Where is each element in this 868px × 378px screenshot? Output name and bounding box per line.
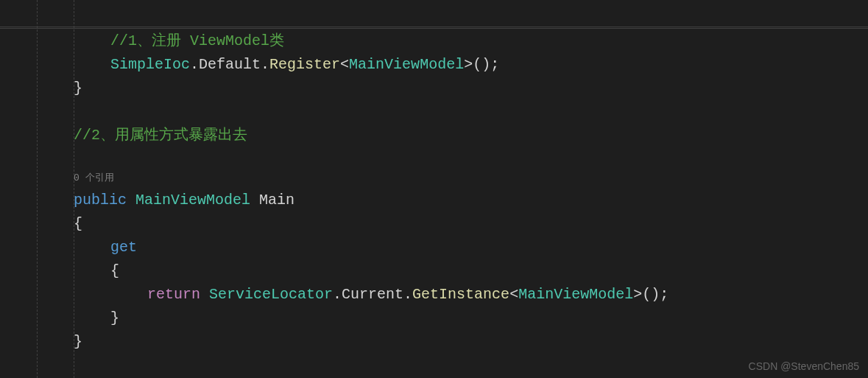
indent-guide-2 <box>74 0 74 378</box>
close-brace: } <box>74 333 82 350</box>
punctuation: . <box>403 286 412 303</box>
parentheses: (); <box>473 56 499 73</box>
code-editor[interactable]: //1、注册 ViewModel类 SimpleIoc.Default.Regi… <box>0 0 868 354</box>
type-name: ServiceLocator <box>200 286 333 303</box>
keyword-get: get <box>110 239 137 256</box>
punctuation: . <box>333 286 342 303</box>
angle-bracket: < <box>340 56 349 73</box>
code-line: //2、用属性方式暴露出去 <box>37 124 868 147</box>
generic-type: MainViewModel <box>349 56 464 73</box>
property-name: Main <box>259 192 294 209</box>
code-line: get <box>37 236 868 259</box>
close-brace: } <box>110 309 119 326</box>
horizontal-divider-1 <box>0 27 868 27</box>
code-line: } <box>37 307 868 330</box>
code-line: SimpleIoc.Default.Register<MainViewModel… <box>37 53 868 77</box>
code-line: public MainViewModel Main <box>37 189 868 212</box>
punctuation: . <box>261 56 269 73</box>
codelens-references[interactable]: 0 个引用 <box>37 171 868 189</box>
property-name: Default <box>199 56 261 73</box>
generic-type: MainViewModel <box>518 286 633 303</box>
parentheses: (); <box>642 286 668 303</box>
keyword-return: return <box>147 286 200 303</box>
type-name: SimpleIoc <box>110 56 190 73</box>
horizontal-divider-2 <box>0 28 868 29</box>
code-line: { <box>37 259 868 283</box>
code-line: //1、注册 ViewModel类 <box>37 29 868 53</box>
code-line: return ServiceLocator.Current.GetInstanc… <box>37 283 868 307</box>
open-brace: { <box>110 262 119 279</box>
type-name: MainViewModel <box>127 192 259 209</box>
watermark-text: CSDN @StevenChen85 <box>749 360 859 372</box>
code-line: } <box>37 77 868 100</box>
watermark-label: CSDN @StevenChen85 <box>749 360 859 372</box>
comment-text: //2、用属性方式暴露出去 <box>74 127 247 144</box>
open-brace: { <box>74 215 82 232</box>
method-name: GetInstance <box>412 286 509 303</box>
comment-text: //1、注册 ViewModel类 <box>110 32 284 49</box>
close-brace: } <box>74 80 82 97</box>
code-line-blank <box>37 100 868 124</box>
code-line: { <box>37 212 868 236</box>
indent-guide-1 <box>37 0 38 378</box>
keyword-public: public <box>74 192 127 209</box>
punctuation: . <box>190 56 199 73</box>
code-line-blank <box>37 147 868 171</box>
code-line: } <box>37 330 868 354</box>
angle-bracket: < <box>509 286 518 303</box>
angle-bracket: > <box>464 56 473 73</box>
angle-bracket: > <box>633 286 642 303</box>
property-name: Current <box>342 286 403 303</box>
codelens-text: 0 个引用 <box>74 172 114 183</box>
method-name: Register <box>269 56 340 73</box>
